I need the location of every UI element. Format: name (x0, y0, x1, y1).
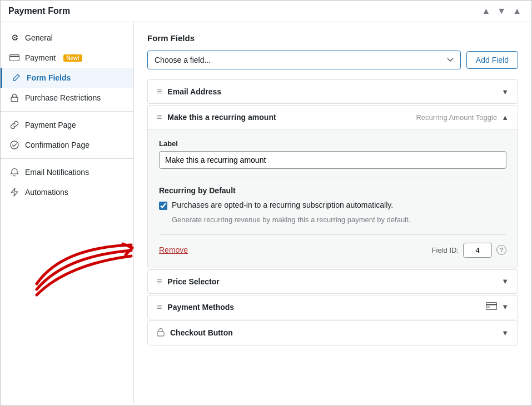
svg-rect-2 (11, 97, 18, 102)
sidebar-item-purchase-restrictions[interactable]: Purchase Restrictions (1, 88, 133, 108)
edit-icon (11, 73, 21, 83)
sidebar-item-confirmation-page[interactable]: Confirmation Page (1, 135, 133, 155)
field-row-recurring-amount: ≡ Make this a recurring amount Recurring… (147, 105, 518, 268)
field-header-email-address[interactable]: ≡ Email Address ▼ (148, 80, 518, 103)
link-icon (9, 120, 19, 130)
sidebar-label-email-notifications: Email Notifications (25, 168, 89, 177)
field-header-right: ▼ (501, 88, 509, 96)
recurring-checkbox-row: Purchases are opted-in to a recurring su… (159, 201, 506, 210)
field-expanded-recurring: Label Recurring by Default Purchases are… (148, 129, 518, 268)
recurring-checkbox[interactable] (159, 202, 167, 210)
field-id-input[interactable] (463, 243, 492, 258)
sidebar-divider-2 (1, 158, 133, 159)
sidebar-label-payment: Payment (25, 53, 56, 62)
field-row-price-selector: ≡ Price Selector ▼ (147, 269, 518, 294)
section-title: Form Fields (147, 33, 518, 43)
field-header-left-recurring: ≡ Make this a recurring amount (157, 112, 276, 122)
recurring-by-default-section: Recurring by Default Purchases are opted… (159, 186, 506, 225)
sidebar-item-payment[interactable]: Payment New! (1, 48, 133, 68)
sidebar: ⚙ General Payment New! (1, 22, 134, 404)
sidebar-item-automations[interactable]: Automations (1, 182, 133, 202)
sidebar-item-form-fields[interactable]: Form Fields (1, 68, 133, 88)
field-label-recurring-amount: Make this a recurring amount (167, 113, 276, 122)
field-header-payment-methods[interactable]: ≡ Payment Methods ▼ (148, 295, 518, 319)
scroll-up-button[interactable]: ▲ (479, 5, 493, 17)
svg-rect-1 (10, 56, 19, 58)
field-header-left: ≡ Email Address (157, 87, 221, 97)
field-row-email-address: ≡ Email Address ▼ (147, 79, 518, 104)
lightning-icon (9, 187, 19, 197)
lock-icon (9, 93, 19, 103)
field-header-right-payment-methods: ▼ (486, 302, 509, 312)
drag-handle-icon: ≡ (157, 87, 162, 97)
bell-icon (9, 167, 19, 177)
svg-rect-7 (157, 332, 164, 336)
new-badge: New! (63, 54, 82, 62)
chevron-down-price-icon: ▼ (501, 277, 509, 285)
field-row-checkout-button: Checkout Button ▼ (147, 320, 518, 345)
sidebar-item-email-notifications[interactable]: Email Notifications (1, 162, 133, 182)
field-footer-recurring: Remove Field ID: ? (159, 234, 506, 258)
field-header-right-price: ▼ (501, 277, 509, 285)
recurring-checkbox-label: Purchases are opted-in to a recurring su… (172, 201, 393, 209)
title-bar-controls: ▲ ▼ ▲ (479, 5, 524, 17)
svg-rect-5 (486, 304, 497, 305)
drag-handle-payment-methods-icon: ≡ (157, 302, 162, 312)
chevron-down-payment-methods-icon: ▼ (501, 303, 509, 311)
field-header-recurring-amount[interactable]: ≡ Make this a recurring amount Recurring… (148, 106, 518, 129)
chevron-up-icon: ▲ (501, 113, 509, 122)
field-label-checkout-button: Checkout Button (170, 328, 233, 337)
field-header-checkout-button[interactable]: Checkout Button ▼ (148, 321, 518, 345)
payment-icon (9, 53, 19, 63)
recurring-checkbox-sublabel: Generate recurring revenue by making thi… (172, 214, 506, 225)
field-chooser-row: Choose a field... Add Field (147, 51, 518, 69)
field-label-email-address: Email Address (167, 87, 221, 96)
label-field-label: Label (159, 139, 506, 148)
field-id-row: Field ID: ? (432, 243, 506, 258)
drag-handle-recurring-icon: ≡ (157, 112, 162, 122)
sidebar-label-automations: Automations (25, 188, 68, 197)
add-field-button[interactable]: Add Field (466, 51, 518, 69)
main-content: Form Fields Choose a field... Add Field … (134, 22, 531, 404)
label-field-input[interactable] (159, 151, 506, 169)
field-label-payment-methods: Payment Methods (167, 303, 234, 312)
credit-card-icon (486, 302, 497, 312)
field-row-payment-methods: ≡ Payment Methods ▼ (147, 295, 518, 319)
chevron-down-checkout-icon: ▼ (501, 329, 509, 337)
gear-icon: ⚙ (9, 33, 19, 43)
chevron-down-icon: ▼ (501, 88, 509, 96)
field-header-right-checkout: ▼ (501, 329, 509, 337)
field-id-label: Field ID: (432, 246, 459, 254)
label-form-group: Label (159, 139, 506, 169)
remove-button[interactable]: Remove (159, 245, 188, 254)
field-type-label-recurring: Recurring Amount Toggle (416, 113, 497, 122)
drag-handle-price-icon: ≡ (157, 277, 162, 287)
field-header-left-price: ≡ Price Selector (157, 277, 220, 287)
field-header-price-selector[interactable]: ≡ Price Selector ▼ (148, 270, 518, 293)
sidebar-label-confirmation-page: Confirmation Page (25, 141, 90, 149)
help-icon[interactable]: ? (496, 245, 506, 255)
page-title: Payment Form (8, 6, 70, 16)
checkmark-icon (9, 140, 19, 150)
sidebar-label-form-fields: Form Fields (27, 73, 71, 82)
sidebar-divider-1 (1, 111, 133, 112)
svg-rect-0 (10, 55, 19, 61)
sidebar-item-payment-page[interactable]: Payment Page (1, 115, 133, 135)
field-header-right-recurring: Recurring Amount Toggle ▲ (416, 113, 509, 122)
field-header-left-payment-methods: ≡ Payment Methods (157, 302, 234, 312)
checkout-lock-icon (157, 328, 165, 338)
svg-rect-6 (487, 307, 490, 308)
field-label-price-selector: Price Selector (167, 277, 219, 286)
field-header-left-checkout: Checkout Button (157, 328, 233, 338)
sidebar-label-purchase-restrictions: Purchase Restrictions (25, 93, 101, 102)
scroll-down-button[interactable]: ▼ (495, 5, 508, 17)
sidebar-item-general[interactable]: ⚙ General (1, 28, 133, 48)
expand-button[interactable]: ▲ (510, 5, 524, 17)
sidebar-label-general: General (25, 33, 53, 42)
sidebar-label-payment-page: Payment Page (25, 121, 76, 129)
recurring-title: Recurring by Default (159, 186, 506, 195)
svg-rect-4 (486, 303, 497, 310)
field-select[interactable]: Choose a field... (147, 51, 461, 69)
svg-point-3 (11, 141, 18, 149)
